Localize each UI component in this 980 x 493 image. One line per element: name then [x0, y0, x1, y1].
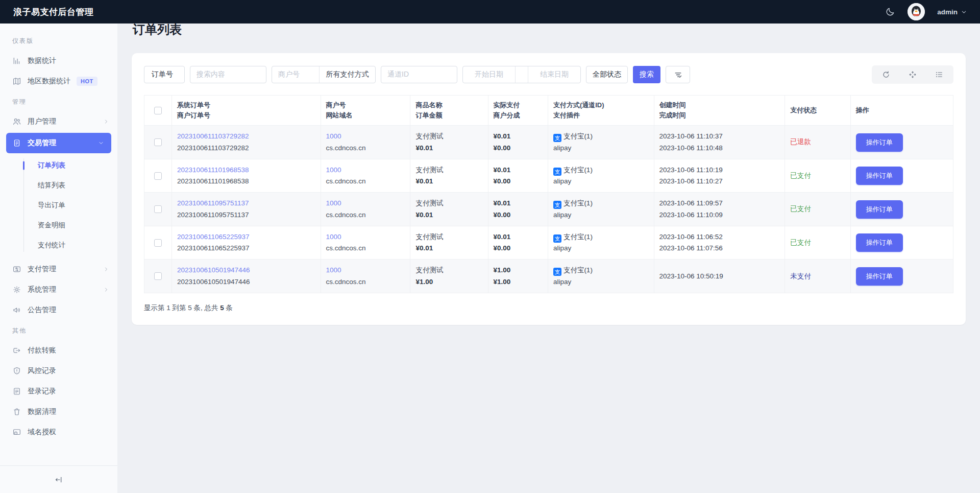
- sidebar-item-data-stats[interactable]: 数据统计: [0, 51, 117, 71]
- submenu-item-export-orders[interactable]: 导出订单: [0, 195, 117, 215]
- row-checkbox[interactable]: [154, 272, 162, 280]
- dark-mode-moon-icon[interactable]: [885, 7, 895, 17]
- column-header-line: 商户订单号: [177, 110, 315, 121]
- fullscreen-icon[interactable]: [909, 71, 917, 79]
- start-date-input[interactable]: 开始日期: [463, 66, 515, 83]
- chevron-down-icon: [961, 9, 967, 15]
- order-action-button[interactable]: 操作订单: [856, 133, 903, 152]
- completed-at: 2023-10-06 11:10:27: [659, 176, 780, 187]
- avatar[interactable]: [908, 3, 925, 20]
- pay-method-select[interactable]: 所有支付方式: [319, 66, 375, 83]
- filter-row: 订单号 搜索内容 商户号 所有支付方式 通道ID 开始日期: [144, 65, 953, 84]
- select-all-checkbox[interactable]: [154, 107, 162, 114]
- row-checkbox[interactable]: [154, 205, 162, 213]
- status-select[interactable]: 全部状态: [586, 66, 628, 83]
- refresh-icon[interactable]: [882, 71, 890, 79]
- submenu-item-settle-list[interactable]: 结算列表: [0, 175, 117, 195]
- user-name: admin: [937, 8, 958, 16]
- sidebar-item-data-cleanup[interactable]: 数据清理: [0, 402, 117, 422]
- merchant-id-link[interactable]: 1000: [326, 231, 405, 243]
- card-icon: [12, 265, 21, 274]
- row-checkbox[interactable]: [154, 239, 162, 247]
- users-icon: [12, 117, 21, 126]
- order-action-button[interactable]: 操作订单: [856, 267, 903, 286]
- merchant-id-link[interactable]: 1000: [326, 165, 405, 176]
- order-field-select[interactable]: 订单号: [144, 66, 185, 83]
- merchant-id-link[interactable]: 1000: [326, 131, 405, 142]
- speaker-icon: [12, 306, 21, 315]
- column-header-3: 实际支付商户分成: [488, 96, 548, 126]
- summary-suffix: 条: [224, 304, 233, 312]
- column-header-line: 支付状态: [790, 105, 845, 115]
- merchant-id-input[interactable]: 商户号: [272, 66, 319, 83]
- sidebar-item-risk-records[interactable]: 风控记录: [0, 361, 117, 381]
- system-order-link[interactable]: 2023100611095751137: [177, 198, 315, 209]
- channel-id-input[interactable]: 通道ID: [381, 66, 457, 83]
- table-toolbar: [872, 65, 953, 84]
- paid-cell: ¥0.01¥0.00: [488, 226, 548, 260]
- submenu-item-order-list[interactable]: 订单列表: [0, 155, 117, 175]
- table-row: 2023100610501947446202310061050194744610…: [144, 260, 953, 293]
- system-order-link[interactable]: 2023100611065225937: [177, 231, 315, 243]
- sidebar-item-login-records[interactable]: 登录记录: [0, 381, 117, 402]
- sidebar-item-system-mgmt[interactable]: 系统管理: [0, 279, 117, 300]
- order-action-button[interactable]: 操作订单: [856, 233, 903, 252]
- created-at: 2023-10-06 11:06:52: [659, 231, 780, 243]
- merchant-order-no: 2023100610501947446: [177, 276, 315, 288]
- submenu-item-fund-detail[interactable]: 资金明细: [0, 215, 117, 235]
- method-cell: 支支付宝(1)alipay: [548, 126, 654, 159]
- table-row: 2023100611103729282202310061110372928210…: [144, 126, 953, 159]
- merchant-cell: 1000cs.cdncos.cn: [321, 126, 410, 159]
- pay-plugin: alipay: [553, 209, 649, 221]
- time-cell: 2023-10-06 11:09:572023-10-06 11:10:09: [654, 193, 785, 226]
- merchant-id-link[interactable]: 1000: [326, 265, 405, 276]
- sidebar-section-label: 其他: [0, 320, 117, 340]
- end-date-placeholder: 结束日期: [540, 70, 569, 79]
- sidebar-item-label: 数据统计: [28, 56, 56, 65]
- sidebar-item-label: 系统管理: [28, 285, 56, 294]
- row-checkbox[interactable]: [154, 138, 162, 146]
- system-order-link[interactable]: 2023100611101968538: [177, 165, 315, 176]
- system-order-link[interactable]: 2023100611103729282: [177, 131, 315, 142]
- product-name: 支付测试: [415, 231, 482, 243]
- order-action-button[interactable]: 操作订单: [856, 200, 903, 219]
- search-button[interactable]: 搜索: [633, 66, 660, 83]
- system-order-link[interactable]: 2023100610501947446: [177, 265, 315, 276]
- sidebar-item-announcement-mgmt[interactable]: 公告管理: [0, 300, 117, 320]
- column-header-line: 系统订单号: [177, 100, 315, 110]
- paid-cell: ¥1.00¥1.00: [488, 260, 548, 293]
- product-cell: 支付测试¥0.01: [410, 126, 488, 159]
- columns-list-icon[interactable]: [935, 71, 943, 79]
- user-menu[interactable]: admin: [937, 8, 967, 16]
- column-header-line: 创建时间: [659, 100, 780, 110]
- sidebar-item-user-mgmt[interactable]: 用户管理: [0, 111, 117, 132]
- table-body: 2023100611103729282202310061110372928210…: [144, 126, 953, 293]
- sidebar-item-pay-mgmt[interactable]: 支付管理: [0, 259, 117, 279]
- sidebar-item-payout-transfer[interactable]: 付款转账: [0, 340, 117, 361]
- sidebar-item-domain-auth[interactable]: 域名授权: [0, 422, 117, 442]
- created-at: 2023-10-06 11:10:19: [659, 165, 780, 176]
- sidebar-item-label: 用户管理: [28, 117, 56, 126]
- date-range-separator: [515, 66, 528, 83]
- end-date-input[interactable]: 结束日期: [528, 66, 580, 83]
- submenu-item-pay-stats[interactable]: 支付统计: [0, 235, 117, 255]
- row-checkbox[interactable]: [154, 172, 162, 180]
- column-header-4: 支付方式(通道ID)支付插件: [548, 96, 654, 126]
- sidebar-item-trade-mgmt[interactable]: 交易管理: [6, 133, 111, 153]
- sidebar-collapse-button[interactable]: [0, 465, 117, 493]
- completed-at: 2023-10-06 11:10:09: [659, 209, 780, 221]
- status-badge: 已支付: [790, 205, 811, 213]
- log-icon: [12, 387, 21, 396]
- advanced-filter-button[interactable]: [666, 66, 690, 83]
- sidebar-item-region-stats[interactable]: 地区数据统计HOT: [0, 71, 117, 91]
- product-name: 支付测试: [415, 198, 482, 209]
- paid-cell: ¥0.01¥0.00: [488, 126, 548, 159]
- merchant-id-link[interactable]: 1000: [326, 198, 405, 209]
- pay-method: 支支付宝(1): [553, 198, 649, 209]
- merchant-cell: 1000cs.cdncos.cn: [321, 260, 410, 293]
- paid-amount: ¥0.01: [494, 198, 543, 209]
- search-input[interactable]: 搜索内容: [190, 66, 266, 83]
- order-amount: ¥0.01: [415, 243, 482, 254]
- order-action-button[interactable]: 操作订单: [856, 167, 903, 185]
- order-amount: ¥0.01: [415, 143, 482, 154]
